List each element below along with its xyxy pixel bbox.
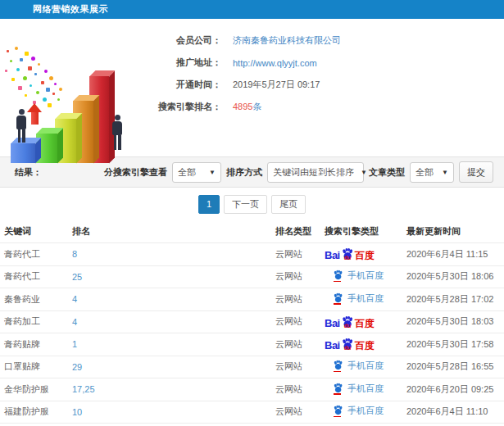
baidu-paw-icon: du xyxy=(341,247,354,261)
company-label: 会员公司： xyxy=(139,34,221,47)
promo-url-link[interactable]: http://www.qlyyjt.com xyxy=(233,58,317,68)
next-page-button[interactable]: 下一页 xyxy=(224,195,267,214)
info-row-url: 推广地址： http://www.qlyyjt.com xyxy=(139,52,504,74)
rank-type-cell: 云网站 xyxy=(275,315,325,328)
promo-url-label: 推广地址： xyxy=(139,57,221,69)
rank-type-cell: 云网站 xyxy=(275,338,325,351)
engine-type-cell: 手机百度 xyxy=(325,405,406,419)
updated-time-cell: 2020年5月28日 16:55 xyxy=(406,360,504,373)
rank-link[interactable]: 25 xyxy=(72,272,275,282)
baidu-paw-icon xyxy=(333,360,344,372)
engine-type-cell: 手机百度 xyxy=(325,292,406,306)
article-type-select[interactable]: 全部 ▼ xyxy=(410,162,454,183)
baidu-paw-icon xyxy=(333,383,344,395)
table-row: 膏药贴牌1云网站Baidu百度2020年5月30日 17:58 xyxy=(0,333,504,356)
mobile-baidu-logo: 手机百度 xyxy=(325,405,384,417)
baidu-paw-icon xyxy=(333,270,344,282)
updated-time-cell: 2020年6月20日 09:25 xyxy=(406,383,504,396)
businessman-figure-left xyxy=(16,109,26,143)
col-header-keyword: 关键词 xyxy=(4,225,72,238)
engine-filter-select[interactable]: 全部 ▼ xyxy=(172,162,221,183)
last-page-button[interactable]: 尾页 xyxy=(271,195,306,214)
chevron-down-icon: ▼ xyxy=(354,169,367,176)
illustration-bar-blue xyxy=(11,143,35,163)
baidu-logo: Baidu百度 xyxy=(325,247,375,261)
updated-time-cell: 2020年5月30日 17:58 xyxy=(406,338,504,351)
open-time-value: 2019年5月27日 09:17 xyxy=(233,79,320,91)
keyword-cell: 膏药加工 xyxy=(4,315,72,328)
updated-time-cell: 2020年5月30日 18:03 xyxy=(406,315,504,328)
baidu-paw-icon xyxy=(333,405,344,417)
chevron-down-icon: ▼ xyxy=(435,169,448,176)
keyword-cell: 金华防护服 xyxy=(4,383,72,396)
businessman-figure-right xyxy=(112,115,122,150)
chevron-down-icon: ▼ xyxy=(202,169,216,176)
rank-type-cell: 云网站 xyxy=(275,406,325,418)
pagination: 1 下一页 尾页 xyxy=(0,188,504,220)
engine-type-cell: Baidu百度 xyxy=(325,247,406,261)
rank-link[interactable]: 17,25 xyxy=(72,384,275,394)
rank-type-cell: 云网站 xyxy=(275,383,325,396)
keyword-cell: 膏药贴牌 xyxy=(4,338,72,351)
mobile-baidu-logo: 手机百度 xyxy=(325,270,384,282)
baidu-paw-icon: du xyxy=(341,315,354,329)
ranking-count-number: 4895 xyxy=(233,102,252,111)
col-header-rank: 排名 xyxy=(72,225,275,238)
account-info-section: 会员公司： 济南秦鲁药业科技有限公司 推广地址： http://www.qlyy… xyxy=(0,19,504,156)
table-row: 膏药代工25云网站手机百度2020年5月30日 18:06 xyxy=(0,266,504,289)
col-header-rank-type: 排名类型 xyxy=(275,225,325,238)
keyword-cell: 秦鲁药业 xyxy=(4,293,72,306)
baidu-paw-icon xyxy=(333,292,344,305)
sort-value: 关键词由短到长排序 xyxy=(273,166,354,179)
engine-type-cell: Baidu百度 xyxy=(325,338,406,351)
article-type-label: 文章类型 xyxy=(369,166,405,179)
submit-button[interactable]: 提交 xyxy=(459,161,493,183)
engine-type-cell: Baidu百度 xyxy=(325,315,406,329)
company-link[interactable]: 济南秦鲁药业科技有限公司 xyxy=(233,34,341,47)
rank-link[interactable]: 10 xyxy=(72,407,275,417)
rank-link[interactable]: 29 xyxy=(72,362,275,372)
updated-time-cell: 2020年6月4日 11:15 xyxy=(406,248,504,261)
engine-type-cell: 手机百度 xyxy=(325,360,406,374)
info-row-company: 会员公司： 济南秦鲁药业科技有限公司 xyxy=(139,29,504,52)
rank-link[interactable]: 8 xyxy=(72,249,275,259)
table-row: 金华防护服17,25云网站手机百度2020年6月20日 09:25 xyxy=(0,378,504,401)
up-arrow-icon xyxy=(27,103,42,125)
table-row: 福建防护服10云网站手机百度2020年6月4日 11:10 xyxy=(0,401,504,424)
table-header-row: 关键词 排名 排名类型 搜索引擎类型 最新更新时间 xyxy=(0,220,504,243)
info-row-ranking-count: 搜索引擎排名： 4895条 xyxy=(139,96,504,118)
table-row: 膏药代工8云网站Baidu百度2020年6月4日 11:15 xyxy=(0,243,504,266)
col-header-engine-type: 搜索引擎类型 xyxy=(325,225,406,238)
info-row-opened: 开通时间： 2019年5月27日 09:17 xyxy=(139,74,504,96)
rank-link[interactable]: 4 xyxy=(72,317,275,327)
rank-type-cell: 云网站 xyxy=(275,248,325,261)
table-row: 秦鲁药业4云网站手机百度2020年5月28日 17:02 xyxy=(0,288,504,311)
baidu-paw-icon: du xyxy=(341,338,354,351)
table-row: 膏药加工4云网站Baidu百度2020年5月30日 18:03 xyxy=(0,311,504,334)
keyword-cell: 膏药代工 xyxy=(4,248,72,261)
ranking-count-unit: 条 xyxy=(252,102,261,111)
updated-time-cell: 2020年6月4日 11:10 xyxy=(406,406,504,418)
rank-type-cell: 云网站 xyxy=(275,360,325,373)
ranking-count-value: 4895条 xyxy=(233,101,261,113)
rank-type-cell: 云网站 xyxy=(275,270,325,283)
article-type-value: 全部 xyxy=(415,166,434,179)
mobile-baidu-logo: 手机百度 xyxy=(325,383,384,395)
engine-filter-value: 全部 xyxy=(178,166,196,179)
window-title-bar: 网络营销效果展示 xyxy=(0,0,504,19)
engine-type-cell: 手机百度 xyxy=(325,270,406,283)
baidu-logo: Baidu百度 xyxy=(325,315,375,329)
rank-link[interactable]: 1 xyxy=(72,339,275,349)
page-title: 网络营销效果展示 xyxy=(33,4,108,14)
updated-time-cell: 2020年5月30日 18:06 xyxy=(406,270,504,283)
updated-time-cell: 2020年5月28日 17:02 xyxy=(406,293,504,306)
page-button-current[interactable]: 1 xyxy=(198,195,220,214)
sort-label: 排序方式 xyxy=(226,166,262,179)
engine-type-cell: 手机百度 xyxy=(325,383,406,397)
rank-link[interactable]: 4 xyxy=(72,294,275,304)
mobile-baidu-logo: 手机百度 xyxy=(325,360,384,372)
open-time-label: 开通时间： xyxy=(139,79,221,91)
sort-select[interactable]: 关键词由短到长排序 ▼ xyxy=(267,162,364,183)
ranking-count-label: 搜索引擎排名： xyxy=(139,101,221,113)
mobile-baidu-logo: 手机百度 xyxy=(325,292,384,305)
